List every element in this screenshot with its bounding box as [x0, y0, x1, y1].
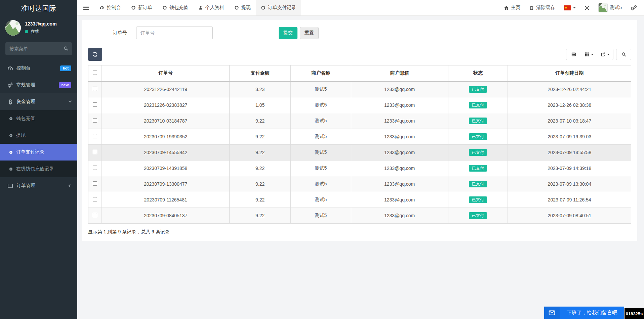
- clear-cache-link[interactable]: 清除缓存: [525, 0, 559, 15]
- table-search-button[interactable]: [616, 49, 631, 60]
- funds-submenu: 钱包充值 提现 订单支付记录 在线钱包充值记录: [0, 110, 77, 177]
- row-checkbox-cell: [88, 113, 102, 129]
- cell-order-no: 20231226-02383827: [102, 97, 230, 113]
- home-link[interactable]: 主页: [499, 0, 525, 15]
- cell-amount: 9.22: [229, 208, 290, 224]
- feedback-chat-bar[interactable]: 下班了，给我们留言吧: [544, 307, 624, 319]
- circle-icon: [9, 151, 12, 154]
- row-checkbox[interactable]: [93, 118, 97, 123]
- language-dropdown[interactable]: [559, 0, 580, 15]
- row-checkbox[interactable]: [93, 134, 97, 138]
- submenu-label: 订单支付记录: [16, 149, 44, 155]
- table-header-row: 订单号 支付金额 商户名称 商户邮箱 状态 订单创建日期: [88, 65, 631, 82]
- select-all-header: [88, 65, 102, 82]
- sidebar: 准时达国际 1233@qq.com 在线 控制台 hot: [0, 0, 77, 319]
- chat-message: 下班了，给我们留言吧: [560, 310, 624, 316]
- cell-merchant: 测试5: [291, 176, 351, 192]
- row-checkbox[interactable]: [93, 102, 97, 107]
- cell-created: 2023-07-09 19:39:03: [508, 129, 631, 145]
- cell-email: 1233@qq.com: [351, 113, 448, 129]
- status-badge: 已支付: [469, 118, 487, 124]
- sidebar-item-online-wallet-records[interactable]: 在线钱包充值记录: [0, 161, 77, 177]
- tab-label: 提现: [241, 5, 251, 11]
- sidebar-item-order-admin[interactable]: 订单管理: [0, 177, 77, 194]
- order-no-input[interactable]: [136, 27, 213, 39]
- sidebar-item-withdraw[interactable]: 提现: [0, 127, 77, 144]
- toolbar-right: [566, 49, 631, 60]
- cell-status: 已支付: [448, 97, 508, 113]
- menu-search: [5, 42, 72, 55]
- tab-order-payment-records[interactable]: 订单支付记录: [256, 0, 301, 15]
- row-checkbox[interactable]: [93, 213, 97, 217]
- cell-created: 2023-07-09 14:39:18: [508, 161, 631, 176]
- cell-merchant: 测试5: [291, 97, 351, 113]
- sidebar-item-general-admin[interactable]: 常规管理 new: [0, 77, 77, 93]
- export-button[interactable]: [597, 49, 613, 60]
- search-icon[interactable]: [64, 46, 69, 51]
- cell-created: 2023-07-09 08:40:51: [508, 208, 631, 224]
- fullscreen-button[interactable]: [580, 0, 594, 15]
- circle-icon: [9, 134, 12, 137]
- circle-icon: [9, 117, 12, 120]
- sidebar-toggle-button[interactable]: [77, 0, 95, 15]
- table-row: 20231226-02442119 3.23 测试5 1233@qq.com 已…: [88, 82, 631, 97]
- table-row: 20230709-08405137 9.22 测试5 1233@qq.com 已…: [88, 208, 631, 224]
- records-card: 订单号 提交 重置: [82, 20, 637, 241]
- clear-cache-label: 清除缓存: [536, 5, 555, 11]
- row-checkbox[interactable]: [93, 87, 97, 91]
- cell-email: 1233@qq.com: [351, 161, 448, 176]
- settings-button[interactable]: [626, 0, 641, 15]
- row-checkbox[interactable]: [93, 197, 97, 201]
- cell-amount: 3.23: [229, 82, 290, 97]
- cell-merchant: 测试5: [291, 82, 351, 97]
- menu-search-input[interactable]: [5, 42, 72, 55]
- cell-status: 已支付: [448, 176, 508, 192]
- cell-order-no: 20230709-14555842: [102, 145, 230, 161]
- fullscreen-expand-icon: [585, 5, 590, 10]
- content-area: 订单号 提交 重置: [77, 16, 644, 319]
- sidebar-item-funds-admin[interactable]: 资金管理: [0, 93, 77, 110]
- refresh-button[interactable]: [88, 48, 102, 61]
- sidebar-item-wallet-recharge[interactable]: 钱包充值: [0, 110, 77, 127]
- sidebar-item-order-payment-records[interactable]: 订单支付记录: [0, 144, 77, 161]
- user-info: 1233@qq.com 在线: [25, 21, 57, 35]
- tab-dashboard[interactable]: 控制台: [95, 0, 126, 15]
- tab-wallet-recharge[interactable]: 钱包充值: [157, 0, 193, 15]
- records-table: 订单号 支付金额 商户名称 商户邮箱 状态 订单创建日期 20231226-02…: [88, 65, 631, 224]
- columns-button[interactable]: [581, 49, 597, 60]
- select-all-checkbox[interactable]: [93, 71, 97, 75]
- table-row: 20230710-03184787 9.22 测试5 1233@qq.com 已…: [88, 113, 631, 129]
- tab-new-order[interactable]: 新订单: [126, 0, 157, 15]
- dashboard-icon: [100, 5, 105, 10]
- cell-amount: 9.22: [229, 161, 290, 176]
- new-badge: new: [59, 82, 71, 88]
- navbar-user-menu[interactable]: 测试5: [594, 0, 626, 15]
- circle-icon: [234, 5, 239, 10]
- toggle-view-button[interactable]: [566, 49, 581, 60]
- cell-merchant: 测试5: [291, 208, 351, 224]
- row-checkbox[interactable]: [93, 166, 97, 170]
- sidebar-item-dashboard[interactable]: 控制台 hot: [0, 60, 77, 77]
- tab-withdraw[interactable]: 提现: [229, 0, 256, 15]
- cell-order-no: 20230710-03184787: [102, 113, 230, 129]
- table-row: 20230709-14391858 9.22 测试5 1233@qq.com 已…: [88, 161, 631, 176]
- row-checkbox[interactable]: [93, 181, 97, 186]
- user-email: 1233@qq.com: [25, 21, 57, 27]
- cell-amount: 9.22: [229, 176, 290, 192]
- row-checkbox[interactable]: [93, 150, 97, 154]
- row-checkbox-cell: [88, 97, 102, 113]
- tab-profile[interactable]: 个人资料: [193, 0, 229, 15]
- cell-status: 已支付: [448, 208, 508, 224]
- col-order-no: 订单号: [102, 65, 230, 82]
- hot-badge: hot: [60, 65, 71, 71]
- cell-created: 2023-07-09 11:26:54: [508, 192, 631, 208]
- hamburger-icon: [83, 5, 89, 11]
- sidebar-menu: 控制台 hot 常规管理 new 资金管理 钱包充值: [0, 60, 77, 194]
- cell-email: 1233@qq.com: [351, 145, 448, 161]
- records-summary: 显示第 1 到第 9 条记录，总共 9 条记录: [88, 229, 631, 235]
- cell-email: 1233@qq.com: [351, 208, 448, 224]
- reset-button[interactable]: 重置: [300, 27, 319, 39]
- circle-icon: [9, 168, 12, 171]
- bitcoin-icon: [7, 99, 13, 105]
- submit-button[interactable]: 提交: [279, 27, 297, 39]
